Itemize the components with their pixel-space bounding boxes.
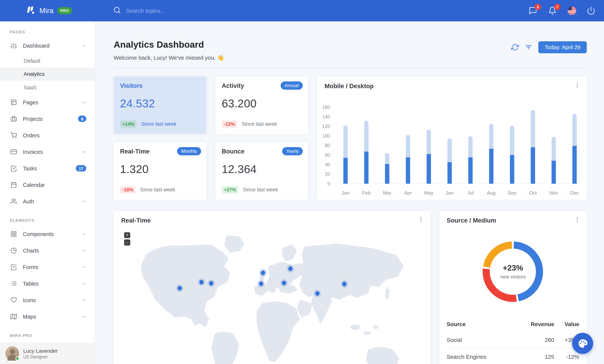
map-zoom-in-button[interactable]: + — [124, 232, 130, 238]
language-flag-button[interactable] — [568, 6, 576, 15]
brand-name: Mira — [39, 7, 54, 15]
search-input[interactable] — [126, 8, 239, 14]
sidebar-item-label: Components — [23, 231, 82, 237]
brand[interactable]: Mira PRO — [25, 5, 72, 16]
count-badge: 8 — [78, 116, 86, 122]
map-zoom-out-button[interactable]: - — [124, 239, 130, 245]
analytics-dashboard-app: Mira PRO 3 7 PAGE — [0, 0, 604, 364]
stat-caption: Since last week — [141, 121, 176, 127]
page-header: Analytics Dashboard Welcome back, Lucy! … — [114, 39, 587, 61]
sidebar-section-label: PAGES — [0, 21, 95, 38]
chevron-down-icon — [82, 298, 86, 302]
kebab-menu-icon[interactable] — [417, 216, 424, 223]
sidebar-item-forms[interactable]: Forms — [0, 259, 95, 275]
theme-settings-fab[interactable] — [572, 333, 593, 354]
messages-button[interactable]: 3 — [528, 6, 538, 15]
source-medium-card: Source / Medium +23% new visitors Source — [439, 211, 587, 364]
sidebar-item-charts[interactable]: Charts — [0, 242, 95, 259]
column-header: Revenue — [514, 317, 554, 332]
refresh-button[interactable] — [511, 44, 519, 51]
period-pill[interactable]: Monthly — [177, 147, 201, 155]
column-header: Source — [447, 317, 514, 332]
sidebar-item-orders[interactable]: Orders — [0, 127, 95, 144]
messages-badge: 3 — [535, 4, 541, 10]
period-pill[interactable]: Annual — [280, 81, 303, 90]
us-flag-icon — [568, 6, 572, 10]
period-pill[interactable]: Yearly — [282, 147, 303, 155]
stat-caption: Since last week — [242, 121, 277, 127]
count-badge: 17 — [76, 165, 87, 172]
world-map[interactable]: + - — [121, 226, 423, 364]
map-marker[interactable] — [288, 266, 292, 271]
svg-text:80: 80 — [325, 143, 330, 148]
chevron-down-icon — [82, 281, 86, 286]
sidebar-item-label: Projects — [23, 116, 78, 122]
check-square-icon — [11, 165, 17, 172]
map-marker[interactable] — [315, 291, 319, 296]
sidebar-item-components[interactable]: Components — [0, 226, 95, 242]
sidebar-item-auth[interactable]: Auth — [0, 193, 95, 210]
sidebar-item-tasks[interactable]: Tasks17 — [0, 160, 95, 176]
kebab-menu-icon[interactable] — [574, 82, 581, 88]
sidebar-subitem-saas[interactable]: SaaS — [0, 81, 95, 94]
map-marker[interactable] — [342, 282, 347, 286]
header-divider — [114, 68, 587, 68]
svg-text:0: 0 — [327, 181, 330, 186]
source-cell: Search Engines — [447, 348, 514, 364]
table-row: Social260+35% — [447, 332, 579, 348]
welcome-message: Welcome back, Lucy! We've missed you. 👋 — [114, 54, 224, 61]
revenue-cell: 125 — [514, 348, 554, 364]
sidebar-item-maps[interactable]: Maps — [0, 308, 95, 325]
notifications-button[interactable]: 7 — [548, 6, 557, 15]
stat-card-visitors: Visitors 24.532 +14% Since last week — [114, 76, 206, 134]
avatar — [5, 346, 19, 360]
stat-value: 24.532 — [120, 97, 200, 110]
pro-badge: PRO — [57, 7, 72, 14]
sidebar-item-pages[interactable]: Pages — [0, 94, 95, 111]
map-marker[interactable] — [282, 280, 286, 285]
svg-text:Mar: Mar — [383, 190, 391, 196]
kebab-menu-icon[interactable] — [574, 216, 581, 223]
sidebar-item-label: Charts — [23, 248, 82, 253]
sliders-icon — [11, 43, 17, 49]
sidebar-item-invoices[interactable]: Invoices — [0, 144, 95, 160]
filter-button[interactable] — [525, 44, 532, 51]
sidebar-item-label: Forms — [23, 264, 82, 270]
chevron-down-icon — [82, 199, 86, 204]
sidebar-user-footer[interactable]: Lucy Lavender UX Designer — [0, 343, 95, 364]
sidebar-item-icons[interactable]: Icons — [0, 292, 95, 308]
map-title: Real-Time — [121, 217, 423, 224]
check-square-icon — [11, 264, 17, 270]
svg-text:120: 120 — [322, 124, 330, 129]
sidebar-subitem-default[interactable]: Default — [0, 54, 95, 67]
top-navbar: Mira PRO 3 7 — [0, 0, 604, 21]
sidebar-section-label: ELEMENTS — [0, 210, 95, 226]
sidebar-subitem-analytics[interactable]: Analytics — [0, 67, 95, 81]
map-marker[interactable] — [209, 281, 213, 286]
stacked-bar-chart: 020406080100120140160JanFebMarAprMayJunJ… — [317, 95, 587, 197]
date-range-button[interactable]: Today: April 29 — [538, 41, 587, 53]
shopping-cart-icon — [11, 132, 17, 138]
svg-text:May: May — [424, 190, 433, 196]
map-marker[interactable] — [261, 271, 265, 275]
stat-change-badge: +14% — [120, 120, 137, 128]
sidebar-item-dashboard[interactable]: Dashboard — [0, 38, 95, 54]
header-actions: Today: April 29 — [511, 41, 587, 53]
search-bar[interactable] — [113, 6, 528, 15]
sidebar-item-tables[interactable]: Tables — [0, 275, 95, 292]
heart-icon — [11, 297, 17, 303]
calendar-icon — [11, 182, 17, 188]
map-icon — [11, 313, 17, 320]
sign-out-button[interactable] — [587, 6, 596, 15]
sidebar-item-calendar[interactable]: Calendar — [0, 176, 95, 193]
map-marker[interactable] — [199, 280, 203, 284]
refresh-icon — [511, 44, 519, 51]
power-icon — [587, 6, 595, 15]
chevron-down-icon — [82, 100, 86, 104]
stat-card-activity: Activity Annual 63.200 -12% Since last w… — [215, 76, 308, 134]
map-marker[interactable] — [259, 281, 263, 286]
map-marker[interactable] — [178, 286, 182, 291]
svg-text:160: 160 — [322, 104, 330, 110]
chevron-down-icon — [82, 265, 86, 269]
sidebar-item-projects[interactable]: Projects8 — [0, 111, 95, 127]
